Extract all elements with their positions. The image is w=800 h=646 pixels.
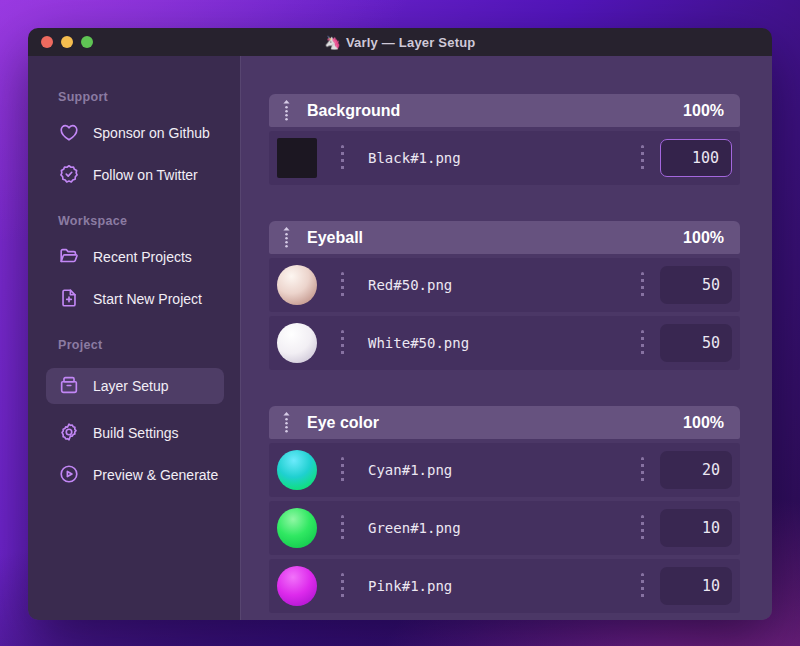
app-window: 🦄Varly — Layer Setup Support Sponsor on … — [28, 28, 772, 620]
title-bar[interactable]: 🦄Varly — Layer Setup — [28, 28, 772, 56]
layer-setup-panel: Background 100% Black#1.png Eyeball 100%… — [240, 56, 772, 620]
sidebar-item-sponsor-on-github[interactable]: Sponsor on Github — [58, 120, 226, 146]
layer-group-header: Background 100% — [269, 94, 740, 127]
layer-value-input[interactable] — [660, 509, 732, 547]
layer-value-input[interactable] — [660, 139, 732, 177]
layer-group-eyeball: Eyeball 100% Red#50.png White#50.png — [269, 221, 740, 370]
sidebar-section: Project Layer Setup Build Settings Previ… — [58, 338, 226, 488]
traffic-lights — [41, 36, 93, 48]
dotted-separator — [341, 272, 344, 298]
sidebar-item-label: Preview & Generate — [93, 467, 218, 483]
layer-filename: Black#1.png — [368, 150, 461, 166]
dotted-separator — [641, 272, 644, 298]
layer-thumbnail — [277, 566, 317, 606]
sidebar-item-label: Sponsor on Github — [93, 125, 210, 141]
badge-check-icon — [58, 163, 80, 188]
dotted-separator — [641, 573, 644, 599]
window-body: Support Sponsor on Github Follow on Twit… — [28, 56, 772, 620]
play-circle-icon — [58, 463, 80, 488]
layer-value-input[interactable] — [660, 567, 732, 605]
dotted-separator — [341, 515, 344, 541]
layer-row[interactable]: Red#50.png — [269, 258, 740, 312]
sidebar-item-start-new-project[interactable]: Start New Project — [58, 286, 226, 312]
layer-row[interactable]: Pink#1.png — [269, 559, 740, 613]
heart-icon — [58, 121, 80, 146]
window-title-text: Varly — Layer Setup — [346, 35, 476, 50]
sidebar-item-follow-on-twitter[interactable]: Follow on Twitter — [58, 162, 226, 188]
app-unicorn-icon: 🦄 — [325, 35, 341, 50]
sidebar-item-recent-projects[interactable]: Recent Projects — [58, 244, 226, 270]
drag-handle-icon[interactable] — [281, 99, 292, 123]
drag-handle-icon[interactable] — [281, 411, 292, 435]
dotted-separator — [641, 457, 644, 483]
layer-filename: White#50.png — [368, 335, 469, 351]
sidebar-section: Workspace Recent Projects Start New Proj… — [58, 214, 226, 312]
sidebar: Support Sponsor on Github Follow on Twit… — [28, 56, 240, 620]
sidebar-item-layer-setup[interactable]: Layer Setup — [46, 368, 224, 404]
dotted-separator — [341, 330, 344, 356]
sidebar-section-label: Workspace — [58, 214, 226, 228]
layer-thumbnail — [277, 265, 317, 305]
sidebar-item-preview-generate[interactable]: Preview & Generate — [58, 462, 226, 488]
gear-icon — [58, 421, 80, 446]
sidebar-item-build-settings[interactable]: Build Settings — [58, 420, 226, 446]
dotted-separator — [341, 145, 344, 171]
close-button[interactable] — [41, 36, 53, 48]
sidebar-section-label: Support — [58, 90, 226, 104]
layer-value-input[interactable] — [660, 324, 732, 362]
sidebar-item-label: Follow on Twitter — [93, 167, 198, 183]
file-plus-icon — [58, 287, 80, 312]
folder-icon — [58, 245, 80, 270]
dotted-separator — [341, 573, 344, 599]
window-title: 🦄Varly — Layer Setup — [325, 35, 476, 50]
layer-group-eye-color: Eye color 100% Cyan#1.png Green#1.png Pi… — [269, 406, 740, 613]
layer-group-name: Eye color — [307, 414, 379, 432]
dotted-separator — [641, 515, 644, 541]
layer-group-name: Eyeball — [307, 229, 363, 247]
layer-filename: Red#50.png — [368, 277, 452, 293]
layer-group-header: Eye color 100% — [269, 406, 740, 439]
layer-filename: Green#1.png — [368, 520, 461, 536]
layer-value-input[interactable] — [660, 266, 732, 304]
sidebar-item-label: Start New Project — [93, 291, 202, 307]
layer-thumbnail — [277, 138, 317, 178]
layer-group-weight: 100% — [683, 229, 724, 247]
sidebar-section-label: Project — [58, 338, 226, 352]
minimize-button[interactable] — [61, 36, 73, 48]
layer-thumbnail — [277, 508, 317, 548]
dotted-separator — [341, 457, 344, 483]
layer-group-weight: 100% — [683, 414, 724, 432]
sidebar-item-label: Layer Setup — [93, 378, 169, 394]
layer-group-name: Background — [307, 102, 400, 120]
sidebar-section: Support Sponsor on Github Follow on Twit… — [58, 90, 226, 188]
layer-row[interactable]: White#50.png — [269, 316, 740, 370]
layer-filename: Pink#1.png — [368, 578, 452, 594]
layer-group-header: Eyeball 100% — [269, 221, 740, 254]
layer-value-input[interactable] — [660, 451, 732, 489]
layer-row[interactable]: Cyan#1.png — [269, 443, 740, 497]
dotted-separator — [641, 330, 644, 356]
layer-thumbnail — [277, 450, 317, 490]
sidebar-item-label: Recent Projects — [93, 249, 192, 265]
layer-row[interactable]: Black#1.png — [269, 131, 740, 185]
sidebar-item-label: Build Settings — [93, 425, 179, 441]
layer-thumbnail — [277, 323, 317, 363]
layer-row[interactable]: Green#1.png — [269, 501, 740, 555]
zoom-button[interactable] — [81, 36, 93, 48]
layer-group-background: Background 100% Black#1.png — [269, 94, 740, 185]
dotted-separator — [641, 145, 644, 171]
layer-group-weight: 100% — [683, 102, 724, 120]
drag-handle-icon[interactable] — [281, 226, 292, 250]
layer-filename: Cyan#1.png — [368, 462, 452, 478]
archive-icon — [58, 374, 80, 399]
